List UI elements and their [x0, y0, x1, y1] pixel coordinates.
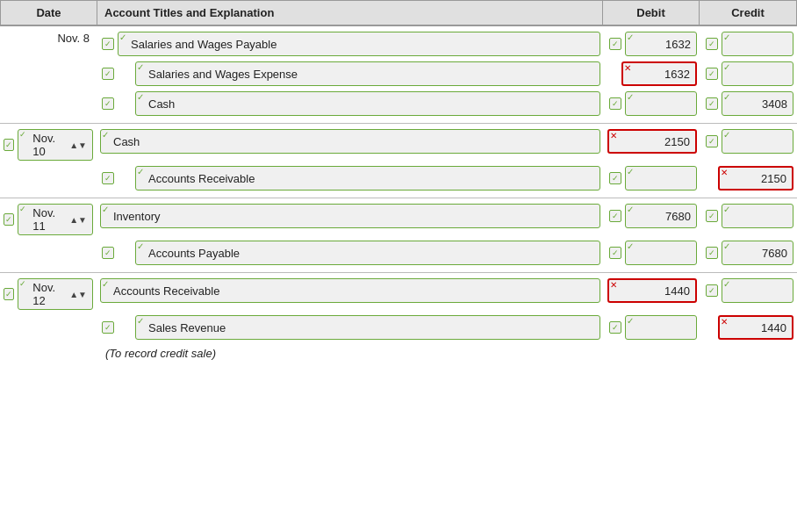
account-input-accpay[interactable]: ✓ Accounts Payable [135, 241, 600, 265]
date-cell-empty [0, 313, 97, 317]
check-icon[interactable]: ✓ [706, 38, 718, 50]
account-input-salwagesexp[interactable]: ✓ Salaries and Wages Expense [135, 61, 600, 86]
check-icon[interactable]: ✓ [102, 321, 114, 334]
check-corner-icon: ✓ [137, 93, 144, 102]
check-icon[interactable]: ✓ [609, 321, 621, 334]
account-cell: ✓ ✓ Salaries and Wages Expense [97, 60, 604, 88]
credit-cell: ✓ ✓ 7680 [700, 239, 797, 267]
account-input-cash2[interactable]: ✓ Cash [100, 129, 600, 154]
account-input-accrec2[interactable]: ✓ Accounts Receivable [100, 278, 600, 303]
debit-input-salwagespay[interactable]: ✓ 1632 [625, 32, 697, 56]
debit-cell: ✕ 1440 [604, 277, 700, 305]
account-text: Inventory [106, 210, 594, 223]
section-nov10: ✓ ✓ Nov. 10 ▲▼ ✓ Cash [0, 127, 797, 192]
account-text: Salaries and Wages Payable [124, 38, 594, 51]
debit-input-salesrev[interactable]: ✓ [625, 315, 697, 340]
check-corner-icon: ✓ [102, 205, 109, 214]
credit-cell: ✓ ✓ 3408 [700, 90, 797, 118]
account-input-salesrev[interactable]: ✓ Sales Revenue [135, 315, 600, 340]
check-icon[interactable]: ✓ [706, 135, 718, 147]
date-input-nov10[interactable]: ✓ Nov. 10 ▲▼ [18, 129, 93, 161]
check-corner-icon: ✓ [723, 33, 730, 42]
credit-cell: ✓ ✓ [700, 277, 797, 305]
header-debit: Debit [603, 1, 700, 25]
check-corner-icon: ✓ [137, 317, 144, 326]
debit-input-cash2-red[interactable]: ✕ 2150 [607, 129, 697, 154]
date-cell-nov11: ✓ ✓ Nov. 11 ▲▼ [0, 202, 97, 237]
credit-cell: ✓ ✓ [700, 60, 797, 88]
table-header: Date Account Titles and Explanation Debi… [0, 0, 797, 26]
debit-cell: ✕ 2150 [604, 127, 700, 155]
spinner-arrow-icon[interactable]: ▲▼ [69, 140, 87, 150]
table-row: ✓ ✓ Sales Revenue ✓ ✓ [0, 313, 797, 341]
credit-input-inventory[interactable]: ✓ [722, 204, 793, 228]
date-cell-empty [0, 239, 97, 242]
check-corner-icon: ✓ [627, 205, 634, 214]
check-icon[interactable]: ✓ [706, 247, 718, 259]
check-icon[interactable]: ✓ [4, 213, 14, 226]
check-icon[interactable]: ✓ [102, 172, 114, 184]
check-icon[interactable]: ✓ [609, 247, 621, 259]
date-input-nov11[interactable]: ✓ Nov. 11 ▲▼ [18, 204, 93, 235]
check-corner-icon: ✓ [19, 280, 26, 288]
account-input-inventory[interactable]: ✓ Inventory [100, 204, 600, 228]
credit-input-accrec1-red[interactable]: ✕ 2150 [718, 166, 793, 191]
check-icon[interactable]: ✓ [609, 172, 621, 184]
debit-input-cash1[interactable]: ✓ [625, 91, 697, 116]
credit-input-salwagespay[interactable]: ✓ [722, 32, 793, 56]
check-icon[interactable]: ✓ [609, 38, 621, 50]
table-row: ✓ ✓ Cash ✓ ✓ ✓ [0, 90, 797, 118]
spinner-arrow-icon[interactable]: ▲▼ [69, 215, 87, 225]
account-input-salwagespay[interactable]: ✓ Salaries and Wages Payable [118, 32, 600, 56]
check-icon[interactable]: ✓ [102, 68, 114, 80]
debit-cell: ✓ ✓ [604, 313, 700, 341]
check-corner-icon: ✓ [627, 317, 634, 326]
check-icon[interactable]: ✓ [102, 38, 114, 50]
check-corner-icon: ✓ [19, 131, 26, 139]
check-icon[interactable]: ✓ [4, 139, 14, 151]
account-text: Sales Revenue [141, 321, 594, 334]
debit-input-inventory[interactable]: ✓ 7680 [625, 204, 697, 228]
spinner-arrow-icon[interactable]: ▲▼ [69, 290, 87, 299]
check-icon[interactable]: ✓ [102, 247, 114, 259]
account-input-cash1[interactable]: ✓ Cash [135, 91, 600, 116]
debit-input-accrec1[interactable]: ✓ [625, 166, 697, 191]
credit-input-accrec2[interactable]: ✓ [722, 278, 793, 303]
check-icon[interactable]: ✓ [706, 284, 718, 297]
date-cell-empty [0, 60, 97, 63]
check-icon[interactable]: ✓ [706, 68, 718, 80]
credit-cell: ✕ 2150 [700, 164, 797, 192]
credit-input-salesrev-red[interactable]: ✕ 1440 [718, 315, 793, 340]
debit-input-accrec2-red[interactable]: ✕ 1440 [607, 278, 697, 303]
check-icon[interactable]: ✓ [609, 97, 621, 110]
date-cell-nov10: ✓ ✓ Nov. 10 ▲▼ [0, 127, 97, 162]
credit-cell: ✓ ✓ [700, 30, 797, 58]
credit-input-cash2[interactable]: ✓ [722, 129, 793, 154]
check-icon[interactable]: ✓ [609, 210, 621, 222]
account-input-accrec1[interactable]: ✓ Accounts Receivable [135, 166, 600, 191]
header-account: Account Titles and Explanation [97, 1, 603, 25]
credit-input-salwagesexp[interactable]: ✓ [722, 61, 793, 86]
check-icon[interactable]: ✓ [102, 97, 114, 110]
credit-cell: ✓ ✓ [700, 202, 797, 230]
debit-input-salwagesexp-red[interactable]: ✕ 1632 [621, 61, 697, 86]
check-corner-icon: ✓ [627, 242, 634, 251]
account-text: Salaries and Wages Expense [141, 68, 594, 81]
credit-input-cash1[interactable]: ✓ 3408 [722, 91, 793, 116]
debit-cell: ✓ ✓ [604, 164, 700, 192]
section-divider [0, 123, 797, 124]
credit-input-accpay[interactable]: ✓ 7680 [722, 241, 793, 265]
table-row: ✓ ✓ Nov. 10 ▲▼ ✓ Cash [0, 127, 797, 162]
check-icon[interactable]: ✓ [706, 210, 718, 222]
date-cell-empty [0, 164, 97, 168]
check-icon[interactable]: ✓ [706, 97, 718, 110]
section-divider [0, 272, 797, 273]
check-corner-icon: ✓ [723, 131, 730, 140]
account-cell: ✓ Cash [97, 127, 604, 155]
date-cell-nov8: Nov. 8 [0, 30, 97, 47]
debit-input-accpay[interactable]: ✓ [625, 241, 697, 265]
debit-cell: ✓ ✓ [604, 239, 700, 267]
check-icon[interactable]: ✓ [4, 288, 14, 300]
date-input-nov12[interactable]: ✓ Nov. 12 ▲▼ [18, 278, 93, 310]
debit-value: 2150 [614, 135, 690, 148]
